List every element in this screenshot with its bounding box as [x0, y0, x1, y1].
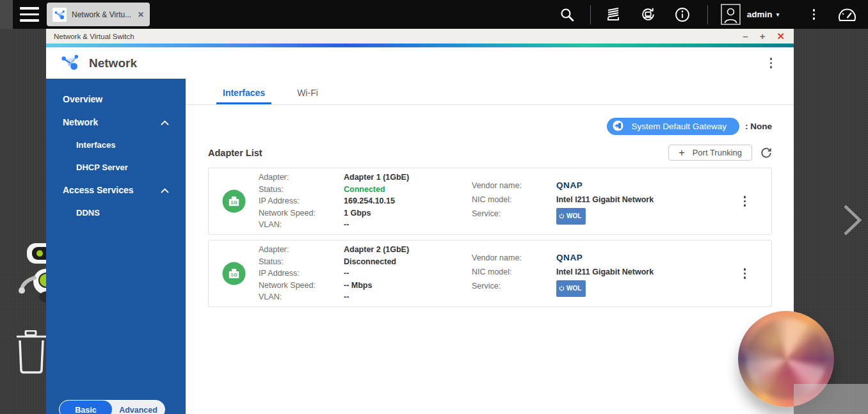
page-title: Network [89, 56, 137, 70]
svg-text:1G: 1G [230, 200, 237, 205]
adapter-card-1: 1G Adapter: Status: IP Address: Network … [208, 168, 772, 235]
wol-badge: WOL [556, 208, 586, 225]
sidebar-item-dhcp-server[interactable]: DHCP Server [46, 156, 186, 179]
search-icon[interactable] [559, 7, 575, 22]
port-trunking-button[interactable]: + Port Trunking [668, 145, 752, 161]
adapter-ip: -- [344, 267, 472, 280]
system-default-gateway-button[interactable]: System Default Gateway [607, 118, 739, 135]
sidebar-item-overview[interactable]: Overview [46, 88, 186, 111]
app-header: Network [46, 47, 794, 79]
vendor-logo: QNAP [556, 251, 665, 265]
chevron-up-icon [161, 185, 169, 195]
maximize-button[interactable]: + [760, 31, 766, 41]
adapter-list-title: Adapter List [208, 148, 262, 158]
gateway-icon [613, 120, 623, 133]
sidebar: Overview Network Interfaces DHCP Server … [46, 79, 186, 414]
power-icon [559, 285, 565, 291]
network-app-icon [52, 8, 67, 22]
desktop-next-arrow-icon[interactable] [842, 203, 863, 237]
adapter-ip: 169.254.10.15 [344, 195, 472, 207]
wol-badge: WOL [556, 280, 586, 297]
app-taskbar-tab[interactable]: Network & Virtu... ✕ [47, 3, 150, 26]
refresh-icon[interactable] [760, 147, 772, 159]
adapter-speed: 1 Gbps [344, 207, 472, 219]
port-1g-icon: 1G [222, 189, 246, 213]
gateway-value: : None [745, 122, 772, 131]
minimize-button[interactable]: – [743, 31, 748, 41]
window-title: Network & Virtual Switch [54, 33, 134, 40]
adapter-field-values: Adapter 2 (1GbE) Disconnected -- -- Mbps… [344, 244, 472, 303]
app-window: Network & Virtual Switch – + ✕ Network O… [46, 29, 794, 414]
vendor-logo: QNAP [556, 179, 665, 193]
adapter-speed: -- Mbps [344, 280, 472, 292]
user-menu-caret-icon[interactable]: ▾ [776, 11, 779, 18]
user-name-label[interactable]: admin [747, 10, 773, 19]
tab-wifi[interactable]: Wi-Fi [291, 88, 325, 104]
svg-text:1G: 1G [230, 272, 237, 278]
nic-model-value: Intel I211 Gigabit Network [556, 193, 654, 207]
window-titlebar[interactable]: Network & Virtual Switch – + ✕ [46, 29, 794, 44]
nic-model-value: Intel I211 Gigabit Network [556, 265, 654, 279]
sidebar-item-network[interactable]: Network [46, 111, 186, 134]
background-tasks-icon[interactable] [605, 6, 622, 23]
desktop-trash-icon[interactable] [15, 330, 47, 375]
gateway-button-label: System Default Gateway [631, 122, 727, 131]
sync-status-icon[interactable] [639, 6, 657, 23]
main-menu-button[interactable] [20, 7, 39, 22]
show-desktop-button[interactable] [0, 0, 13, 29]
basic-advanced-toggle: Basic Advanced [59, 400, 165, 414]
close-button[interactable]: ✕ [776, 31, 785, 41]
adapter-card-2: 1G Adapter: Status: IP Address: Network … [208, 240, 772, 307]
vendor-field-labels: Vendor name: NIC model: Service: [472, 251, 556, 297]
tab-interfaces[interactable]: Interfaces [216, 88, 271, 104]
desktop-taskbar-strip [794, 384, 868, 414]
user-avatar-icon[interactable] [721, 4, 741, 25]
adapter-vlan: -- [344, 219, 472, 231]
toggle-basic[interactable]: Basic [60, 401, 112, 414]
sidebar-item-ddns[interactable]: DDNS [46, 202, 186, 224]
info-icon[interactable] [674, 6, 691, 23]
top-bar: Network & Virtu... ✕ [0, 0, 868, 29]
dashboard-gauge-icon[interactable] [837, 5, 858, 24]
adapter-name: Adapter 1 (1GbE) [344, 171, 472, 184]
power-icon [559, 213, 565, 219]
vendor-field-labels: Vendor name: NIC model: Service: [472, 179, 556, 225]
adapter-menu-icon[interactable] [744, 268, 746, 279]
adapter-status: Connected [344, 184, 472, 196]
plus-icon: + [679, 148, 684, 158]
adapter-field-labels: Adapter: Status: IP Address: Network Spe… [259, 171, 344, 231]
sidebar-item-interfaces[interactable]: Interfaces [46, 134, 186, 156]
toggle-advanced[interactable]: Advanced [112, 401, 165, 414]
content-pane: Interfaces Wi-Fi Syste [186, 79, 794, 414]
adapter-name: Adapter 2 (1GbE) [344, 244, 472, 256]
topbar-divider [707, 5, 708, 24]
taskbar-tab-label: Network & Virtu... [72, 10, 134, 19]
sidebar-item-access-services[interactable]: Access Services [46, 179, 186, 202]
port-1g-icon: 1G [222, 262, 246, 285]
adapter-menu-icon[interactable] [744, 196, 746, 207]
tabs-bar: Interfaces Wi-Fi [186, 79, 794, 105]
topbar-more-options-icon[interactable] [813, 9, 816, 20]
adapter-field-values: Adapter 1 (1GbE) Connected 169.254.10.15… [344, 171, 472, 231]
adapter-vlan: -- [344, 291, 472, 303]
app-more-options-icon[interactable] [770, 58, 773, 68]
adapter-field-labels: Adapter: Status: IP Address: Network Spe… [259, 244, 344, 303]
network-app-icon [60, 52, 79, 74]
tab-close-icon[interactable]: ✕ [138, 10, 144, 19]
adapter-status: Disconnected [344, 256, 472, 268]
port-trunking-label: Port Trunking [693, 148, 742, 157]
topbar-divider [590, 5, 591, 24]
chevron-up-icon [161, 117, 169, 127]
